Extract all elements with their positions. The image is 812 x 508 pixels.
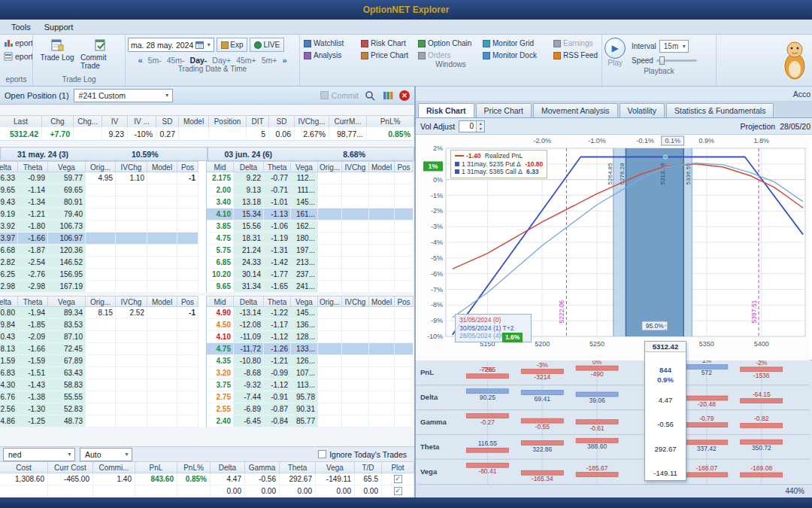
chain-row[interactable]: 6.76-1.3855.55 (0, 391, 207, 403)
column-header[interactable]: Vega (291, 296, 318, 307)
chain-row[interactable]: 3.75-9.32-1.12113... (207, 379, 414, 391)
window-toggle-rss-feed[interactable]: RSS Feed (552, 50, 604, 60)
chain-row[interactable]: 2.55-6.89-0.8790.31 (207, 403, 414, 415)
column-header[interactable]: Pos (395, 296, 414, 307)
column-header[interactable]: Curr Cost (48, 461, 93, 473)
tab-movement-analysis[interactable]: Movement Analysis (533, 103, 617, 117)
view-mode-select[interactable]: ned▼ (3, 448, 75, 461)
column-header[interactable]: Theta (280, 461, 316, 473)
totals-row[interactable]: 1,308.60-465.001.40843.600.85%4.47-0.562… (0, 473, 414, 485)
nav-45mminus[interactable]: 45m- (167, 56, 185, 65)
chain-row[interactable]: 9.19-1.2179.40 (0, 208, 207, 221)
chain-row[interactable]: 4.7518.31-1.19180... (207, 233, 414, 245)
close-position-icon[interactable]: ✕ (399, 90, 410, 101)
column-header[interactable]: Orig... (318, 296, 342, 307)
window-toggle-option-chain[interactable]: Option Chain (417, 38, 480, 48)
column-header[interactable]: Orig... (86, 296, 116, 307)
nav-5mplus[interactable]: 5m+ (262, 56, 277, 65)
chain-row[interactable]: 9.6531.34-1.65241... (207, 281, 414, 293)
column-header[interactable]: PnL% (177, 461, 211, 473)
tab-price-chart[interactable]: Price Chart (476, 103, 532, 117)
column-header[interactable]: Model (369, 296, 395, 307)
chain-row[interactable]: 6.83-1.5163.43 (0, 367, 207, 379)
menu-support[interactable]: Support (38, 21, 80, 33)
column-header[interactable]: Delta (234, 161, 264, 172)
column-header[interactable]: IVChg (342, 296, 369, 307)
chain-row[interactable]: 2.56-1.3052.83 (0, 403, 207, 415)
window-toggle-risk-chart[interactable]: Risk Chart (359, 38, 415, 48)
nav-45mplus[interactable]: 45m+ (236, 56, 256, 65)
commit-trade-button[interactable]: Commit Trade (79, 36, 123, 72)
column-header[interactable]: Theta (18, 161, 48, 172)
chain-row[interactable]: 2.009.13-0.71111... (207, 184, 414, 196)
chain-row[interactable]: 6.25-2.76156.95 (0, 269, 207, 281)
expiry-header-31may[interactable]: 31 may. 24 (3) 10.59% (0, 147, 208, 161)
window-toggle-watchlist[interactable]: Watchlist (302, 38, 358, 48)
window-toggle-analysis[interactable]: Analysis (302, 50, 358, 60)
spin-down-icon[interactable]: ▼ (477, 126, 484, 132)
chain-row[interactable]: 2.40-6.45-0.8485.77 (207, 415, 414, 427)
tab-volatility[interactable]: Volatility (620, 103, 665, 117)
chain-row[interactable]: 2.1759.22-0.77112... (207, 172, 414, 184)
play-button[interactable]: ▶ (604, 38, 626, 59)
strategy-select[interactable]: #241 Custom▼ (74, 89, 173, 102)
live-button[interactable]: LIVE (250, 38, 284, 52)
chain-row[interactable]: 3.8515.56-1.06162... (207, 221, 414, 233)
menu-tools[interactable]: Tools (5, 21, 38, 33)
column-header[interactable]: Orig... (318, 161, 342, 172)
chain-row[interactable]: 4.90-13.14-1.22145... (207, 307, 414, 319)
chain-row[interactable]: 6.8524.33-1.42213... (207, 257, 414, 269)
chain-row[interactable]: 0.43-2.0987.10 (0, 331, 207, 343)
column-header[interactable]: Theta (264, 296, 291, 307)
projection-date[interactable]: 28/05/20 (780, 122, 810, 131)
speed-slider[interactable] (656, 59, 697, 62)
column-header[interactable]: Mid (207, 161, 234, 172)
totals-row[interactable]: 0.000.000.000.000.00✓ (0, 485, 414, 497)
ignore-trades-checkbox[interactable] (318, 450, 326, 458)
column-header[interactable]: Delta (211, 461, 245, 473)
nav-5mminus[interactable]: 5m- (148, 56, 162, 65)
column-header[interactable]: Pos (177, 296, 198, 307)
nav-back-icon[interactable]: « (138, 56, 142, 65)
trade-log-button[interactable]: Trade Log (35, 36, 79, 64)
column-header[interactable]: IVChg (116, 161, 147, 172)
chain-row[interactable]: 2.98-2.98167.19 (0, 281, 207, 293)
column-header[interactable]: PnL (135, 461, 177, 473)
spin-up-icon[interactable]: ▲ (477, 121, 484, 126)
reports-button-2[interactable]: eports (2, 50, 33, 63)
commit-button[interactable]: Commit (320, 91, 359, 100)
nav-forward-icon[interactable]: » (282, 56, 286, 65)
chain-row[interactable]: 4.50-12.08-1.17136... (207, 319, 414, 331)
chain-row[interactable]: 4.86-1.2548.73 (0, 415, 207, 427)
chain-row[interactable]: 0.80-1.9489.348.152.52-1 (0, 307, 207, 319)
column-header[interactable]: Model (147, 296, 177, 307)
tab-risk-chart[interactable]: Risk Chart (418, 103, 474, 117)
column-header[interactable]: Theta (18, 296, 48, 307)
tab-statistics-fundamentals[interactable]: Statistics & Fundamentals (666, 103, 774, 117)
column-header[interactable]: Mid (207, 296, 234, 307)
search-icon[interactable] (363, 89, 377, 102)
column-header[interactable]: Orig... (86, 161, 116, 172)
chain-row[interactable]: 3.4013.18-1.01145... (207, 196, 414, 208)
auto-select[interactable]: Auto▼ (80, 448, 132, 461)
columns-icon[interactable] (381, 89, 395, 102)
column-header[interactable]: Vega (48, 161, 86, 172)
chain-row[interactable]: 8.13-1.6672.45 (0, 343, 207, 355)
column-header[interactable]: Delta (0, 296, 18, 307)
column-header[interactable]: Vega (291, 161, 318, 172)
trading-date-input[interactable]: ma. 28 may. 2024 ▼ (128, 38, 214, 52)
slider-thumb[interactable] (659, 56, 665, 65)
chain-row[interactable]: 10.2030.14-1.77237... (207, 269, 414, 281)
column-header[interactable]: Theta (264, 161, 291, 172)
chain-row[interactable]: 3.20-8.68-0.99107... (207, 367, 414, 379)
column-header[interactable]: Commi... (93, 461, 135, 473)
chain-row[interactable]: 4.1015.34-1.13161... (207, 208, 414, 221)
column-header[interactable]: Pos (177, 161, 198, 172)
chain-row[interactable]: 4.75-11.72-1.26133... (207, 343, 414, 355)
interval-select[interactable]: 15m▼ (659, 40, 689, 53)
column-header[interactable]: Pos (395, 161, 414, 172)
window-toggle-monitor-grid[interactable]: Monitor Grid (481, 38, 550, 48)
account-panel-tab[interactable]: Acco (793, 90, 810, 99)
nav-Dayplus[interactable]: Day+ (212, 56, 231, 65)
exp-button[interactable]: Exp (217, 38, 247, 52)
